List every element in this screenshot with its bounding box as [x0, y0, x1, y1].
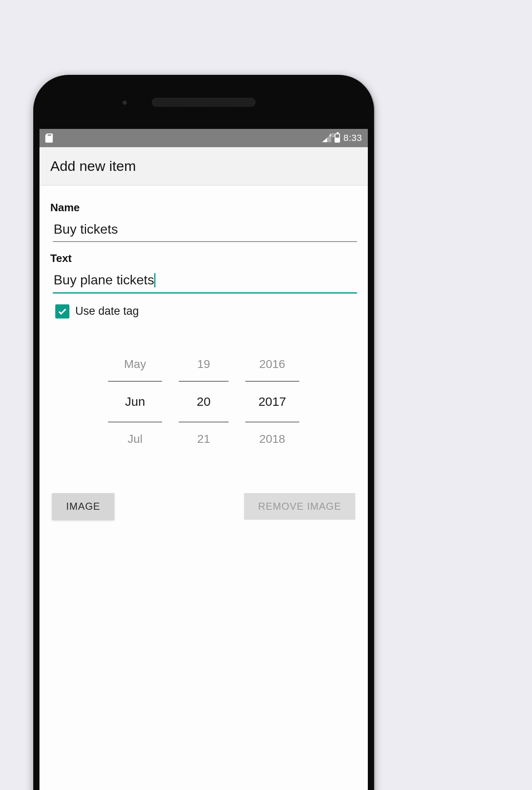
status-bar: 4G 8:33	[39, 129, 368, 147]
year-next[interactable]: 2018	[259, 422, 285, 456]
screen: 4G 8:33 Add new item Name Text Buy plane…	[39, 129, 368, 790]
month-next[interactable]: Jul	[128, 422, 143, 456]
form-content: Name Text Buy plane tickets Use date tag…	[39, 185, 368, 520]
month-wheel[interactable]: May Jun Jul	[108, 348, 162, 456]
date-picker[interactable]: May Jun Jul 19 20 21 2016 2017 2018	[50, 348, 357, 456]
remove-image-button[interactable]: REMOVE IMAGE	[244, 493, 355, 520]
front-camera-dot	[123, 101, 127, 105]
battery-icon	[335, 133, 340, 143]
sd-card-icon	[45, 133, 53, 143]
use-date-tag-checkbox[interactable]	[55, 304, 69, 318]
year-prev[interactable]: 2016	[259, 348, 285, 381]
phone-speaker	[152, 98, 256, 107]
year-wheel[interactable]: 2016 2017 2018	[245, 348, 299, 456]
text-input[interactable]: Buy plane tickets	[53, 265, 357, 294]
day-prev[interactable]: 19	[197, 348, 210, 381]
signal-icon	[322, 134, 331, 142]
year-selected[interactable]: 2017	[245, 381, 299, 422]
day-next[interactable]: 21	[197, 422, 210, 456]
check-icon	[57, 306, 67, 316]
month-prev[interactable]: May	[124, 348, 146, 381]
text-input-value: Buy plane tickets	[54, 272, 154, 287]
use-date-tag-label: Use date tag	[75, 305, 139, 318]
name-input[interactable]	[53, 214, 357, 242]
phone-frame: 4G 8:33 Add new item Name Text Buy plane…	[33, 75, 374, 790]
page-title: Add new item	[50, 158, 136, 174]
day-selected[interactable]: 20	[179, 381, 229, 422]
text-field-label: Text	[50, 252, 357, 265]
month-selected[interactable]: Jun	[108, 381, 162, 422]
name-field-label: Name	[50, 201, 357, 214]
image-button[interactable]: IMAGE	[52, 493, 114, 520]
day-wheel[interactable]: 19 20 21	[179, 348, 229, 456]
app-bar: Add new item	[39, 147, 368, 185]
status-clock: 8:33	[343, 133, 362, 143]
text-cursor	[154, 273, 155, 287]
